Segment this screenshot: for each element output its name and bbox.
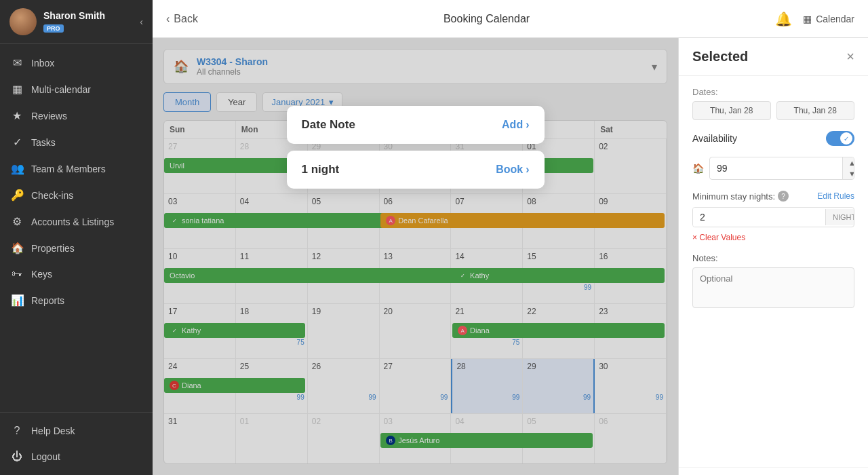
sidebar-item-logout[interactable]: ⏻ Logout (0, 444, 153, 470)
notification-bell-icon[interactable]: 🔔 (775, 11, 792, 27)
tasks-icon: ✓ (11, 136, 23, 149)
sidebar-item-tasks[interactable]: ✓ Tasks (0, 129, 153, 155)
price-up-button[interactable]: ▲ (843, 157, 854, 168)
price-row: 🏠 ▲ ▼ (692, 157, 854, 180)
sidebar-item-label: Logout (31, 451, 60, 462)
add-chevron-icon: › (526, 119, 529, 131)
sidebar-item-label: Accounts & Listings (31, 216, 114, 227)
sidebar-item-label: Multi-calendar (31, 84, 91, 95)
sidebar-item-help[interactable]: ? Help Desk (0, 418, 153, 444)
clear-values-button[interactable]: × Clear Values (692, 233, 854, 242)
notes-input[interactable] (692, 267, 854, 308)
right-panel-title: Selected (692, 49, 748, 64)
avatar (9, 8, 37, 35)
min-stay-input[interactable] (693, 208, 825, 227)
right-panel: Selected × Dates: Thu, Jan 28 Thu, Jan 2… (678, 38, 868, 475)
popup-overlay: Date Note Add › 1 night Book › (153, 38, 678, 475)
sidebar-nav: ✉ Inbox ▦ Multi-calendar ★ Reviews ✓ Tas… (0, 44, 153, 412)
sidebar-item-keys[interactable]: 🗝 Keys (0, 261, 153, 287)
book-label: Book (496, 164, 523, 176)
sidebar-item-label: Help Desk (31, 425, 75, 436)
calendar-view-button[interactable]: ▦ Calendar (803, 14, 854, 24)
profile-name: Sharon Smith (43, 10, 140, 21)
sidebar-item-label: Properties (31, 243, 75, 254)
topbar: ‹ Back Booking Calendar 🔔 ▦ Calendar (153, 0, 868, 38)
date-note-add-button[interactable]: Add › (502, 119, 529, 131)
calendar-label: Calendar (816, 14, 854, 24)
sidebar-item-reviews[interactable]: ★ Reviews (0, 102, 153, 129)
logout-icon: ⏻ (11, 451, 23, 463)
sidebar-item-accounts[interactable]: ⚙ Accounts & Listings (0, 208, 153, 235)
book-chevron-icon: › (526, 164, 529, 176)
right-panel-footer: Apply Cancel (679, 467, 868, 475)
calendar-icon: ▦ (803, 14, 812, 24)
right-panel-body: Dates: Thu, Jan 28 Thu, Jan 28 Availabil… (679, 76, 868, 467)
keys-icon: 🗝 (11, 268, 23, 280)
home-price-icon: 🏠 (692, 163, 704, 174)
add-label: Add (502, 119, 523, 131)
help-icon: ? (11, 425, 23, 437)
close-button[interactable]: × (846, 49, 854, 64)
right-panel-header: Selected × (679, 38, 868, 76)
edit-rules-link[interactable]: Edit Rules (817, 191, 854, 201)
inbox-icon: ✉ (11, 56, 23, 69)
sidebar-item-check-ins[interactable]: 🔑 Check-ins (0, 182, 153, 208)
sidebar: Sharon Smith PRO ‹ ✉ Inbox ▦ Multi-calen… (0, 0, 153, 475)
price-input-wrap: ▲ ▼ (709, 157, 854, 180)
book-button[interactable]: Book › (496, 164, 529, 176)
multi-calendar-icon: ▦ (11, 83, 23, 96)
sidebar-item-label: Keys (31, 269, 52, 280)
price-stepper: ▲ ▼ (842, 157, 854, 179)
sidebar-bottom: ? Help Desk ⏻ Logout (0, 412, 153, 475)
clear-values-label: × Clear Values (692, 233, 745, 242)
date-to-chip: Thu, Jan 28 (776, 101, 855, 120)
min-stay-input-wrap: NIGHTS IN TOTAL (692, 207, 854, 227)
reviews-icon: ★ (11, 109, 23, 122)
page-title: Booking Calendar (209, 13, 764, 25)
dates-label: Dates: (692, 87, 854, 97)
sidebar-item-properties[interactable]: 🏠 Properties (0, 235, 153, 261)
profile-info: Sharon Smith PRO (43, 10, 140, 33)
pro-badge: PRO (43, 24, 64, 33)
sidebar-item-label: Tasks (31, 137, 56, 148)
accounts-icon: ⚙ (11, 215, 23, 228)
min-stay-label: Minimum stay nights: ? (692, 191, 789, 202)
book-nights-title: 1 night (302, 163, 340, 176)
sidebar-item-reports[interactable]: 📊 Reports (0, 287, 153, 314)
topbar-actions: 🔔 ▦ Calendar (775, 11, 854, 27)
sidebar-item-multi-calendar[interactable]: ▦ Multi-calendar (0, 76, 153, 102)
sidebar-item-label: Inbox (31, 58, 54, 69)
availability-row: Availability (692, 131, 854, 146)
price-down-button[interactable]: ▼ (843, 168, 854, 179)
back-button[interactable]: ‹ Back (166, 13, 198, 25)
reports-icon: 📊 (11, 294, 23, 307)
date-range: Thu, Jan 28 Thu, Jan 28 (692, 101, 854, 120)
sidebar-item-inbox[interactable]: ✉ Inbox (0, 50, 153, 76)
sidebar-collapse-icon[interactable]: ‹ (140, 16, 143, 27)
availability-label: Availability (692, 133, 737, 144)
back-chevron-icon: ‹ (166, 13, 170, 25)
sidebar-item-label: Reports (31, 295, 64, 306)
question-icon: ? (778, 191, 789, 202)
profile-section: Sharon Smith PRO ‹ (0, 0, 153, 44)
sidebar-item-label: Reviews (31, 111, 67, 121)
date-note-popup: Date Note Add › (287, 106, 545, 144)
notes-label: Notes: (692, 253, 854, 263)
date-from-chip: Thu, Jan 28 (692, 101, 771, 120)
min-stay-row: Minimum stay nights: ? Edit Rules (692, 191, 854, 202)
book-popup: 1 night Book › (287, 151, 545, 189)
back-label: Back (174, 13, 198, 25)
team-icon: 👥 (11, 162, 23, 175)
availability-toggle[interactable] (826, 131, 854, 146)
sidebar-item-label: Check-ins (31, 190, 73, 201)
calendar-area: 🏠 W3304 - Sharon All channels ▾ Month Ye… (153, 38, 678, 475)
check-ins-icon: 🔑 (11, 189, 23, 202)
price-input[interactable] (710, 159, 842, 178)
sidebar-item-label: Team & Members (31, 164, 106, 174)
date-note-title: Date Note (302, 118, 355, 132)
properties-icon: 🏠 (11, 242, 23, 254)
sidebar-item-team[interactable]: 👥 Team & Members (0, 155, 153, 182)
nights-total-label: NIGHTS IN TOTAL (825, 209, 854, 225)
